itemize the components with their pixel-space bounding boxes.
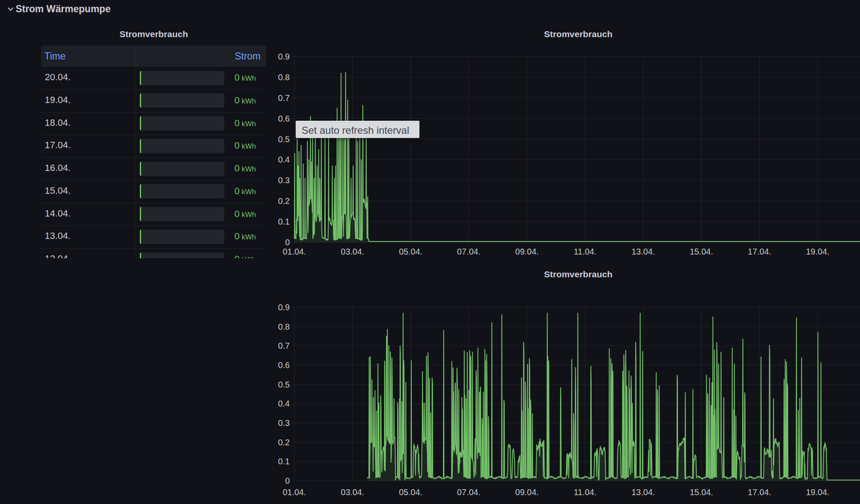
svg-text:17.04.: 17.04. (748, 247, 771, 256)
svg-text:0.9: 0.9 (278, 52, 290, 61)
svg-text:0.3: 0.3 (278, 176, 290, 185)
svg-text:0.7: 0.7 (278, 341, 290, 350)
svg-text:11.04.: 11.04. (574, 488, 596, 497)
svg-text:15.04.: 15.04. (690, 488, 713, 497)
svg-text:07.04.: 07.04. (457, 488, 481, 497)
svg-text:0.4: 0.4 (278, 399, 290, 408)
svg-text:0.5: 0.5 (278, 135, 290, 144)
svg-text:19.04.: 19.04. (806, 488, 830, 497)
svg-text:0.7: 0.7 (278, 93, 290, 103)
svg-text:07.04.: 07.04. (457, 247, 481, 256)
svg-text:13.04.: 13.04. (631, 247, 655, 256)
svg-text:11.04.: 11.04. (574, 247, 596, 256)
svg-text:0.1: 0.1 (278, 457, 290, 466)
svg-text:09.04.: 09.04. (515, 247, 539, 256)
svg-text:0: 0 (285, 238, 290, 247)
svg-text:03.04.: 03.04. (341, 488, 365, 497)
svg-text:0.9: 0.9 (278, 303, 290, 312)
svg-text:09.04.: 09.04. (515, 488, 539, 497)
svg-text:0.1: 0.1 (278, 217, 290, 226)
svg-text:0.2: 0.2 (278, 196, 290, 206)
svg-text:0.4: 0.4 (278, 155, 290, 164)
svg-text:0.2: 0.2 (278, 438, 290, 447)
svg-text:15.04.: 15.04. (690, 247, 713, 256)
svg-text:05.04.: 05.04. (399, 247, 422, 256)
svg-text:01.04.: 01.04. (283, 247, 306, 256)
svg-text:13.04.: 13.04. (631, 488, 655, 497)
svg-text:03.04.: 03.04. (341, 247, 365, 256)
svg-text:0.8: 0.8 (278, 322, 290, 331)
svg-text:0: 0 (285, 476, 290, 485)
svg-text:0.5: 0.5 (278, 380, 290, 389)
svg-text:0.6: 0.6 (278, 360, 290, 370)
svg-text:17.04.: 17.04. (748, 488, 771, 497)
svg-text:0.6: 0.6 (278, 114, 290, 123)
svg-text:0.8: 0.8 (278, 73, 290, 82)
svg-text:05.04.: 05.04. (399, 488, 422, 497)
svg-text:0.3: 0.3 (278, 418, 290, 428)
svg-text:19.04.: 19.04. (806, 247, 830, 256)
svg-text:01.04.: 01.04. (283, 488, 306, 497)
